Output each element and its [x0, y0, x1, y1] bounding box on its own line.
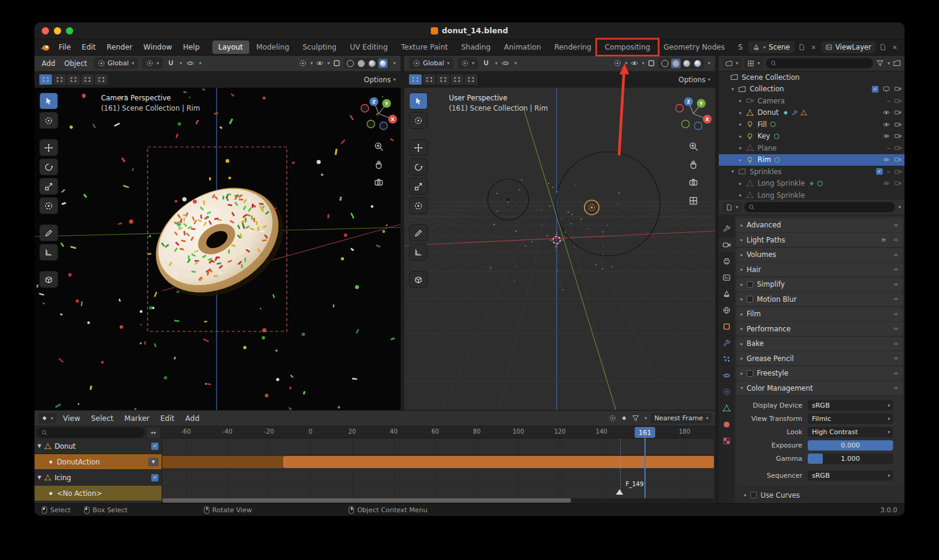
- move-tool[interactable]: [409, 139, 428, 156]
- snap-toggle[interactable]: [482, 59, 490, 67]
- menu-add[interactable]: Add: [39, 58, 57, 69]
- rotate-tool[interactable]: [39, 158, 58, 175]
- panel-volumes[interactable]: ▸Volumes=: [736, 248, 903, 262]
- camera-visibility-icon[interactable]: [894, 121, 901, 128]
- select-mode-1[interactable]: [53, 74, 66, 85]
- move-tool[interactable]: [39, 139, 58, 156]
- properties-tab-material[interactable]: [719, 417, 735, 432]
- keyframe-track-area[interactable]: [162, 438, 714, 499]
- frame-ruler[interactable]: -60-40-20020406080100120140180: [162, 426, 714, 438]
- expand-toggle[interactable]: ▸: [738, 145, 744, 151]
- toggle-xray[interactable]: [333, 59, 341, 67]
- playhead-line[interactable]: [644, 437, 646, 503]
- outliner-item-rim[interactable]: ▸Rim: [719, 154, 905, 166]
- panel-bake[interactable]: ▸Bake=: [736, 337, 903, 351]
- checkbox-icon[interactable]: ✓: [872, 86, 878, 93]
- camera-visibility-icon[interactable]: [894, 97, 901, 105]
- panel-color-management[interactable]: ▾Color Management=: [736, 381, 903, 395]
- measure-tool[interactable]: [39, 244, 58, 261]
- cursor-tool[interactable]: [409, 112, 428, 129]
- only-selected-icon[interactable]: [609, 414, 617, 422]
- timeline-menu-edit[interactable]: Edit: [155, 412, 180, 425]
- workspace-tab-uv-editing[interactable]: UV Editing: [344, 41, 394, 54]
- properties-tab-texture[interactable]: [719, 433, 735, 448]
- select-mode-4[interactable]: [95, 74, 108, 85]
- keying-icon[interactable]: [621, 415, 627, 422]
- outliner-search-input[interactable]: [766, 58, 873, 68]
- channel-icing[interactable]: ▼Icing✓: [34, 470, 162, 486]
- outliner-item-donut[interactable]: ▸Donut: [719, 107, 905, 119]
- options-dropdown[interactable]: Options▾: [364, 76, 396, 84]
- scale-tool[interactable]: [39, 178, 58, 195]
- expand-toggle[interactable]: ▼: [38, 443, 41, 449]
- shading-material[interactable]: [682, 59, 692, 68]
- workspace-tab-sculpting[interactable]: Sculpting: [296, 41, 342, 54]
- timeline-menu-select[interactable]: Select: [86, 412, 119, 425]
- timeline-scrollbar[interactable]: [162, 498, 714, 503]
- properties-tab-render[interactable]: [719, 237, 735, 252]
- workspace-tab-texture-paint[interactable]: Texture Paint: [395, 41, 454, 54]
- channel-checkbox[interactable]: ✓: [151, 474, 159, 481]
- workspace-tab-s[interactable]: S: [732, 41, 748, 54]
- camera-visibility-icon[interactable]: [894, 109, 901, 116]
- properties-tab-particles[interactable]: [719, 351, 735, 366]
- channel-no-action[interactable]: <No Action>: [34, 486, 162, 501]
- expand-toggle[interactable]: ▸: [738, 192, 744, 198]
- scale-tool[interactable]: [409, 178, 428, 195]
- remove-viewlayer-button[interactable]: ✕: [890, 42, 900, 52]
- display-device-select[interactable]: sRGB▾: [808, 400, 893, 411]
- shading-solid[interactable]: [356, 59, 366, 68]
- panel-advanced[interactable]: ▸Advanced=: [736, 218, 903, 232]
- transform-orientation-select[interactable]: Global▾: [409, 57, 453, 69]
- panel-checkbox[interactable]: [747, 281, 753, 288]
- data-path-chevron[interactable]: ▾: [898, 204, 901, 210]
- annotate-tool[interactable]: [39, 224, 58, 241]
- checkbox-icon[interactable]: ✓: [876, 168, 883, 175]
- select-mode-4[interactable]: [465, 74, 477, 85]
- expand-toggle[interactable]: ▸: [738, 134, 744, 139]
- camera-visibility-icon[interactable]: [894, 168, 901, 175]
- filter-button[interactable]: [876, 59, 884, 67]
- current-frame-indicator[interactable]: 161: [635, 427, 655, 438]
- panel-motion-blur[interactable]: ▸Motion Blur=: [736, 292, 903, 306]
- properties-tab-object-data[interactable]: [719, 400, 735, 415]
- panel-grease-pencil[interactable]: ▸Grease Pencil=: [736, 351, 903, 365]
- measure-tool[interactable]: [409, 244, 428, 261]
- outliner-item-long-sprinkle[interactable]: ▸Long Sprinkle: [719, 189, 905, 200]
- marker-label[interactable]: F_149: [626, 481, 644, 487]
- workspace-tab-modeling[interactable]: Modeling: [250, 41, 296, 54]
- timeline-menu-marker[interactable]: Marker: [119, 412, 155, 425]
- pivot-point-select[interactable]: ▾: [457, 57, 478, 69]
- maximize-button[interactable]: [66, 27, 73, 34]
- expand-toggle[interactable]: ▸: [738, 98, 744, 103]
- shading-rendered[interactable]: [693, 59, 702, 68]
- keyframe-band-unselected[interactable]: [162, 456, 283, 468]
- add-cube-tool[interactable]: [39, 271, 58, 288]
- outliner-item-scene-collection[interactable]: Scene Collection: [719, 71, 905, 83]
- outliner-item-plane[interactable]: ▸Plane–: [719, 142, 905, 154]
- menu-window[interactable]: Window: [138, 41, 177, 53]
- new-viewlayer-button[interactable]: [878, 42, 888, 52]
- proportional-edit-toggle[interactable]: [186, 59, 194, 67]
- select-mode-1[interactable]: [423, 74, 436, 85]
- properties-tab-view-layer[interactable]: [719, 270, 735, 285]
- pivot-point-select[interactable]: ▾: [142, 57, 163, 69]
- minimize-button[interactable]: [54, 27, 61, 34]
- scrollbar-thumb[interactable]: [162, 498, 571, 503]
- display-mode-select[interactable]: ▾: [744, 58, 763, 68]
- channel-donutaction[interactable]: DonutAction▼: [34, 454, 162, 470]
- expand-toggle[interactable]: ▸: [738, 110, 744, 116]
- properties-tab-tool[interactable]: [719, 221, 735, 236]
- show-gizmo-toggle[interactable]: [613, 59, 621, 67]
- camera-visibility-icon[interactable]: [894, 132, 901, 140]
- marker-triangle[interactable]: [616, 489, 623, 495]
- timeline-menu-add[interactable]: Add: [180, 412, 204, 425]
- menu-render[interactable]: Render: [101, 41, 138, 53]
- camera-visibility-icon[interactable]: [894, 85, 901, 93]
- outliner-item-long-sprinkle[interactable]: ▸Long Sprinkle: [719, 178, 905, 190]
- properties-tab-physics[interactable]: [719, 368, 735, 383]
- view-transform-select[interactable]: Filmic▾: [808, 414, 893, 424]
- toggle-xray[interactable]: [647, 59, 655, 67]
- transform-tool[interactable]: [39, 197, 58, 214]
- look-select[interactable]: High Contrast▾: [808, 427, 893, 437]
